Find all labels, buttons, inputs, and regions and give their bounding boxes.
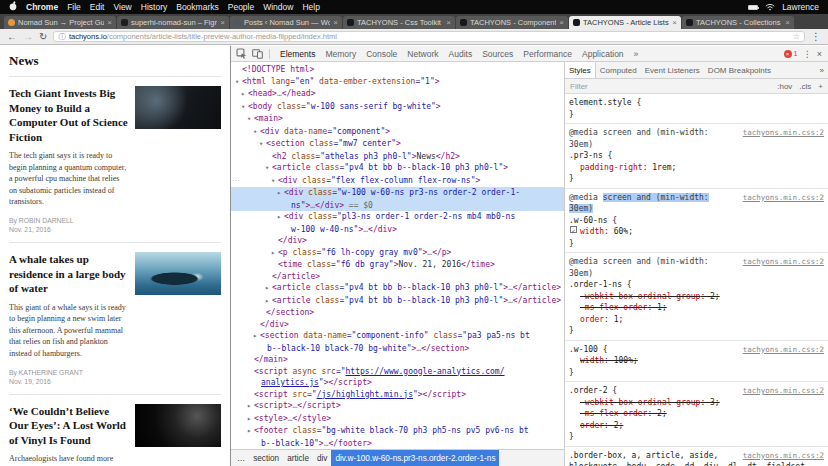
browser-tab[interactable]: TACHYONS - Collections | Vid…× [682, 16, 794, 29]
expand-arrow-icon[interactable]: ▸ [277, 212, 284, 224]
device-toolbar-icon[interactable] [250, 48, 264, 60]
expand-arrow-icon[interactable]: ▾ [235, 77, 242, 89]
apple-menu-icon[interactable] [9, 1, 17, 13]
sidebar-tab-computed[interactable]: Computed [596, 62, 641, 78]
back-button[interactable]: ← [7, 32, 17, 42]
expand-arrow-icon[interactable]: ▾ [247, 114, 254, 126]
stylesheet-link[interactable]: tachyons.min.css:2 [743, 450, 824, 462]
dom-tree-line[interactable]: ▾<body class="w-100 sans-serif bg-white"… [231, 101, 564, 114]
dom-tree-line[interactable]: ▸<head>…</head> [231, 88, 564, 101]
css-property[interactable]: -webkit-box-ordinal-group: 3; [569, 397, 824, 409]
dom-tree-line[interactable]: ▾<div class="flex flex-column flex-row-n… [231, 175, 564, 188]
expand-arrow-icon[interactable]: ▸ [247, 426, 254, 438]
menu-item-file[interactable]: File [67, 2, 81, 12]
browser-tab[interactable]: Posts ‹ Nomad Sun — WordP…× [230, 16, 342, 29]
browser-tab-active[interactable]: TACHYONS - Article Lists | Tit…× [569, 16, 681, 29]
expand-arrow-icon[interactable]: ▸ [265, 283, 272, 295]
devtools-tab-sources[interactable]: Sources [477, 49, 518, 59]
expand-arrow-icon[interactable]: ▾ [259, 139, 266, 151]
dom-tree-line[interactable]: ▾<article class="pv4 bt bb b--black-10 p… [231, 162, 564, 175]
stylesheet-link[interactable]: tachyons.min.css:2 [743, 256, 824, 268]
dom-tree-line[interactable]: <time class="f6 db gray">Nov. 21, 2016</… [231, 259, 564, 271]
browser-tab[interactable]: TACHYONS - Components× [456, 16, 568, 29]
dom-tree-line[interactable]: ▾<main> [231, 113, 564, 126]
dom-tree-line[interactable]: </main> [231, 354, 564, 366]
breadcrumb-item[interactable]: … [233, 454, 249, 463]
tab-close-icon[interactable]: × [220, 18, 225, 27]
bookmark-star-icon[interactable]: ☆ [793, 32, 800, 41]
browser-tab[interactable]: Nomad Sun → Project Guide× [4, 16, 116, 29]
dom-tree-line[interactable]: <script src="/js/highlight.min.js"></scr… [231, 389, 564, 401]
devtools-tab-audits[interactable]: Audits [444, 49, 478, 59]
dom-tree-line[interactable]: b--black-10 black-70 bg-white">…</sectio… [231, 343, 564, 355]
browser-tab[interactable]: superhi-nomad-sun – Figma× [117, 16, 229, 29]
breadcrumb-item[interactable]: article [283, 454, 313, 463]
css-property[interactable]: -ms-flex-order: 2; [569, 408, 824, 420]
css-property[interactable]: order: 2; [569, 420, 824, 432]
menu-item-edit[interactable]: Edit [90, 2, 105, 12]
dom-tree-line[interactable]: <!DOCTYPE html> [231, 64, 564, 76]
dom-tree-line[interactable]: </article> [231, 271, 564, 283]
dom-tree-line[interactable]: ▸<script>…</script> [231, 400, 564, 413]
menu-item-history[interactable]: History [141, 2, 167, 12]
menu-item-bookmarks[interactable]: Bookmarks [176, 2, 219, 12]
breadcrumb-item[interactable]: div [313, 454, 331, 463]
devtools-tab-performance[interactable]: Performance [518, 49, 577, 59]
stylesheet-link[interactable]: tachyons.min.css:2 [743, 127, 824, 139]
element-classes-toggle[interactable]: .cls [799, 82, 811, 91]
stylesheet-link[interactable]: tachyons.min.css:2 [743, 344, 824, 356]
css-property[interactable]: -webkit-box-ordinal-group: 2; [569, 291, 824, 303]
expand-arrow-icon[interactable]: ▾ [253, 127, 260, 139]
property-checkbox[interactable]: ✓ [570, 226, 577, 233]
sidebar-tab-event-listeners[interactable]: Event Listeners [641, 62, 704, 78]
menubar-user[interactable]: Lawrence [782, 2, 819, 12]
expand-arrow-icon[interactable]: ▾ [241, 102, 248, 114]
expand-arrow-icon[interactable]: ▸ [247, 414, 254, 426]
css-property[interactable]: -ms-flex-order: 1; [569, 302, 824, 314]
devtools-tab-network[interactable]: Network [402, 49, 443, 59]
tab-close-icon[interactable]: × [333, 18, 338, 27]
tab-close-icon[interactable]: × [559, 18, 564, 27]
dom-tree-line[interactable]: </div> [231, 319, 564, 331]
dom-tree-line[interactable]: ▸<section data-name="component-info" cla… [231, 330, 564, 343]
breadcrumb-item[interactable]: section [249, 454, 283, 463]
dom-tree-line[interactable]: ▸<style>…</style> [231, 413, 564, 426]
dom-tree-line[interactable]: </div> [231, 235, 564, 247]
css-property[interactable]: ✓width: 60%; [569, 226, 824, 238]
dom-tree-line[interactable]: <script async src="https://www.google-an… [231, 366, 564, 378]
sidebar-tab-styles[interactable]: Styles [565, 62, 596, 78]
stylesheet-link[interactable]: tachyons.min.css:2 [743, 385, 824, 397]
tab-close-icon[interactable]: × [785, 18, 790, 27]
forward-button[interactable]: → [23, 32, 33, 42]
inspect-element-icon[interactable] [234, 48, 248, 60]
console-error-badge[interactable]: × 1 [784, 49, 798, 58]
menu-item-people[interactable]: People [228, 2, 254, 12]
expand-arrow-icon[interactable]: ▸ [277, 188, 284, 200]
dom-tree-line[interactable]: ▸<article class="pv4 bt bb b--black-10 p… [231, 295, 564, 308]
css-property[interactable]: padding-right: 1rem; [569, 162, 824, 174]
new-style-rule-button[interactable]: + [818, 82, 823, 91]
dom-tree-line[interactable]: ▾<section class="mw7 center"> [231, 138, 564, 151]
dom-tree-line[interactable]: ▾<div data-name="component"> [231, 126, 564, 139]
devtools-tab-application[interactable]: Application [577, 49, 629, 59]
styles-filter-input[interactable]: Filter [570, 82, 770, 91]
menu-item-window[interactable]: Window [263, 2, 293, 12]
tab-close-icon[interactable]: × [107, 18, 112, 27]
expand-arrow-icon[interactable]: ▸ [265, 296, 272, 308]
expand-arrow-icon[interactable]: ▾ [265, 163, 272, 175]
sidebar-tabs-overflow-icon[interactable]: » [816, 62, 828, 78]
menu-item-chrome[interactable]: Chrome [26, 2, 58, 12]
dom-tree-line[interactable]: b--black-10">…</footer> [231, 438, 564, 450]
devtools-tab-elements[interactable]: Elements [275, 49, 320, 59]
site-info-icon[interactable]: ⓘ [58, 32, 66, 42]
tab-close-icon[interactable]: × [446, 18, 451, 27]
dom-tree-line[interactable]: ▸<p class="f6 lh-copy gray mv0">…</p> [231, 247, 564, 260]
devtools-tab-console[interactable]: Console [361, 49, 402, 59]
tab-close-icon[interactable]: × [672, 18, 677, 27]
expand-arrow-icon[interactable]: ▸ [271, 248, 278, 260]
devtools-close-icon[interactable]: × [817, 49, 822, 59]
dom-tree-line[interactable]: </section> [231, 307, 564, 319]
devtools-menu-icon[interactable]: ⋮ [803, 49, 812, 59]
stylesheet-link[interactable]: tachyons.min.css:2 [743, 192, 824, 204]
css-property[interactable]: order: 1; [569, 314, 824, 326]
